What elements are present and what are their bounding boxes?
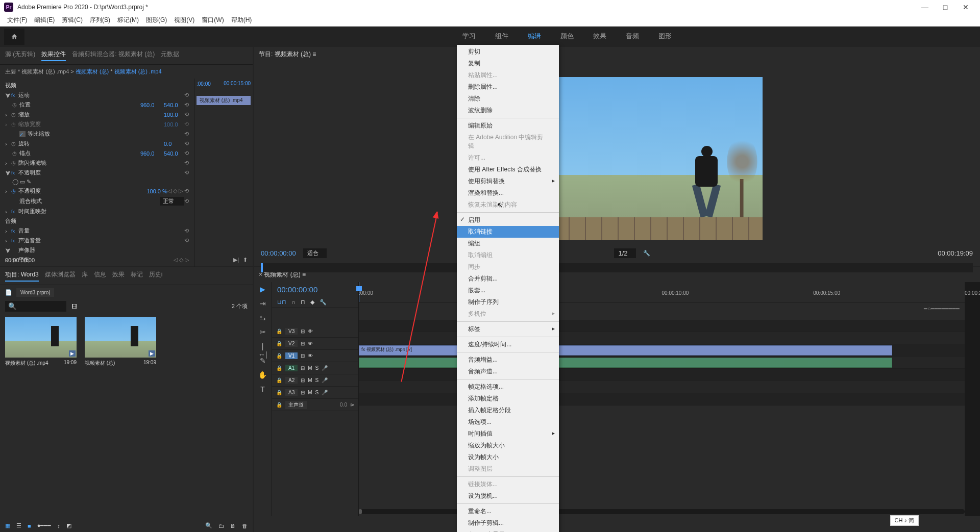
voice-icon[interactable]: 🎤 bbox=[322, 377, 328, 383]
opacity-value[interactable]: 100.0 % bbox=[146, 188, 167, 194]
solo-button[interactable]: S bbox=[315, 365, 319, 371]
context-menu-item[interactable]: 音频声道... bbox=[457, 366, 559, 377]
eye-icon[interactable]: 👁 bbox=[308, 353, 313, 359]
slip-tool-icon[interactable]: |↔| bbox=[258, 342, 268, 352]
program-scrubber[interactable] bbox=[261, 263, 973, 272]
selection-tool-icon[interactable]: ▶ bbox=[258, 285, 268, 295]
context-menu-item[interactable]: 复制 bbox=[457, 58, 559, 69]
position-x[interactable]: 960.0 bbox=[140, 102, 161, 108]
lock-icon[interactable]: 🔒 bbox=[276, 353, 282, 359]
position-y[interactable]: 540.0 bbox=[164, 102, 184, 108]
channel-vol-label[interactable]: 声道音量 bbox=[18, 237, 184, 244]
rotation-value[interactable]: 0.0 bbox=[164, 141, 184, 147]
reset-icon[interactable]: ⟲ bbox=[184, 150, 189, 157]
context-menu-item[interactable]: 启用 bbox=[457, 214, 559, 226]
project-item[interactable]: ▶视频素材 (总) .mp419:09 bbox=[5, 317, 77, 367]
menu-item[interactable]: 帮助(H) bbox=[228, 15, 255, 26]
marker-icon[interactable]: ⊓ bbox=[301, 299, 305, 306]
panner-label[interactable]: 声像器 bbox=[18, 246, 189, 254]
menu-item[interactable]: 文件(F) bbox=[4, 15, 30, 26]
context-menu-item[interactable]: 清除 bbox=[457, 93, 559, 105]
workspace-tab[interactable]: 组件 bbox=[493, 28, 510, 46]
project-item[interactable]: ▶视频素材 (总)19:09 bbox=[85, 317, 156, 367]
panel-tab[interactable]: 标记 bbox=[131, 270, 143, 282]
track-select-tool-icon[interactable]: ⇥ bbox=[258, 299, 268, 310]
track-v1[interactable]: fx 视频素材 (总) .mp4 [V] bbox=[359, 344, 965, 357]
home-button[interactable] bbox=[4, 29, 24, 45]
track-v2[interactable] bbox=[359, 332, 965, 344]
stopwatch-icon[interactable]: ◷ bbox=[11, 112, 18, 117]
toggle-output-icon[interactable]: ⊟ bbox=[301, 365, 305, 371]
stopwatch-icon[interactable]: ◷ bbox=[12, 102, 19, 108]
audio-clip[interactable] bbox=[359, 358, 892, 368]
voice-icon[interactable]: 🎤 bbox=[322, 390, 328, 395]
lock-icon[interactable]: 🔒 bbox=[276, 377, 282, 383]
context-menu-item[interactable]: 重命名... bbox=[457, 505, 559, 517]
pen-mask-icon[interactable]: ✎ bbox=[27, 179, 31, 185]
stopwatch-icon[interactable]: ◷ bbox=[11, 188, 18, 194]
panel-tab[interactable]: 元数据 bbox=[161, 50, 179, 61]
track-a1[interactable] bbox=[359, 357, 965, 369]
zoom-dropdown[interactable]: 1/2 bbox=[614, 248, 635, 258]
anchor-x[interactable]: 960.0 bbox=[140, 150, 161, 157]
audio-track-header[interactable]: 🔒A2⊟MS🎤 bbox=[272, 374, 358, 387]
project-search-input[interactable] bbox=[5, 301, 66, 312]
workspace-tab[interactable]: 编辑 bbox=[526, 28, 543, 46]
video-track-header[interactable]: 🔒V1⊟👁 bbox=[272, 350, 358, 362]
workspace-tab[interactable]: 颜色 bbox=[558, 28, 576, 46]
linked-sel-icon[interactable]: ∩ bbox=[291, 299, 296, 306]
trash-icon[interactable]: 🗑 bbox=[242, 523, 248, 529]
settings-icon[interactable]: 🔧 bbox=[643, 250, 650, 257]
panel-tab[interactable]: 媒体浏览器 bbox=[45, 270, 76, 282]
track-a2[interactable] bbox=[359, 369, 965, 381]
track-v3[interactable] bbox=[359, 320, 965, 332]
menu-item[interactable]: 窗口(W) bbox=[199, 15, 227, 26]
project-name[interactable]: Word3.prproj bbox=[16, 288, 54, 297]
context-menu-item[interactable]: 取消链接 bbox=[457, 226, 559, 238]
close-button[interactable]: ✕ bbox=[955, 3, 976, 11]
context-menu-item[interactable]: 制作子剪辑... bbox=[457, 517, 559, 529]
program-tc-current[interactable]: 00:00:00:00 bbox=[261, 249, 296, 257]
blend-dropdown[interactable]: 正常 bbox=[160, 197, 184, 206]
track-a3[interactable] bbox=[359, 381, 965, 393]
context-menu-item[interactable]: 制作子序列 bbox=[457, 296, 559, 308]
new-bin-icon[interactable]: 🗀 bbox=[218, 523, 224, 529]
motion-label[interactable]: 运动 bbox=[18, 91, 184, 99]
context-menu-item[interactable]: 插入帧定格分段 bbox=[457, 404, 559, 416]
timeline-ruler[interactable]: :00:0000:00:05:0000:00:10:0000:00:15:000… bbox=[359, 282, 965, 302]
reset-icon[interactable]: ⟲ bbox=[184, 111, 189, 118]
video-clip[interactable]: fx 视频素材 (总) .mp4 [V] bbox=[359, 345, 892, 356]
ellipse-mask-icon[interactable]: ◯ bbox=[12, 179, 18, 185]
context-menu-item[interactable]: 嵌套... bbox=[457, 285, 559, 296]
reset-icon[interactable]: ⟲ bbox=[184, 198, 189, 205]
voice-icon[interactable]: 🎤 bbox=[322, 365, 328, 371]
eye-icon[interactable]: 👁 bbox=[308, 341, 313, 346]
workspace-tab[interactable]: 学习 bbox=[460, 28, 478, 46]
mute-button[interactable]: M bbox=[308, 377, 312, 383]
filter-icon[interactable]: 🎞 bbox=[71, 303, 77, 310]
lock-icon[interactable]: 🔒 bbox=[276, 402, 282, 408]
opacity-fx-label[interactable]: 不透明度 bbox=[18, 169, 184, 176]
timeline-zoom-scroll[interactable] bbox=[359, 509, 965, 514]
icon-view-icon[interactable]: ☰ bbox=[16, 522, 21, 529]
track-label[interactable]: V3 bbox=[285, 328, 298, 335]
audio-track-header[interactable]: 🔒A3⊟MS🎤 bbox=[272, 387, 358, 399]
toggle-output-icon[interactable]: ⊟ bbox=[301, 377, 305, 383]
anchor-y[interactable]: 540.0 bbox=[164, 150, 184, 157]
mute-button[interactable]: M bbox=[308, 390, 312, 395]
type-tool-icon[interactable]: T bbox=[258, 385, 268, 395]
panel-tab[interactable]: 信息 bbox=[94, 270, 106, 282]
menu-item[interactable]: 序列(S) bbox=[87, 15, 113, 26]
lock-icon[interactable]: 🔒 bbox=[276, 341, 282, 346]
menu-item[interactable]: 剪辑(C) bbox=[59, 15, 86, 26]
wrench-icon[interactable]: 🔧 bbox=[320, 299, 327, 306]
maximize-button[interactable]: □ bbox=[935, 3, 955, 11]
stopwatch-icon[interactable]: ◷ bbox=[12, 150, 19, 156]
solo-button[interactable]: S bbox=[315, 390, 319, 395]
context-menu-item[interactable]: 速度/持续时间... bbox=[457, 339, 559, 350]
context-menu-item[interactable]: 渲染和替换... bbox=[457, 187, 559, 199]
lock-icon[interactable]: 🔒 bbox=[276, 390, 282, 395]
panel-tab[interactable]: 音频剪辑混合器: 视频素材 (总) bbox=[72, 50, 155, 61]
stopwatch-icon[interactable]: ◷ bbox=[11, 141, 18, 146]
program-tab[interactable]: 节目: 视频素材 (总) ≡ bbox=[254, 47, 980, 62]
